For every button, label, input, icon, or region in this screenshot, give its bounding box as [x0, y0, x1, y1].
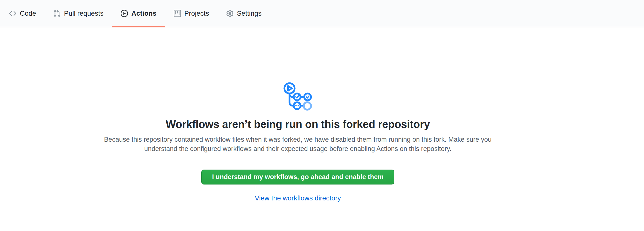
tab-pull-requests[interactable]: Pull requests [45, 0, 112, 27]
workflow-graph-icon [281, 82, 314, 111]
play-icon [121, 10, 128, 17]
tab-code-label: Code [20, 10, 36, 17]
tab-pull-requests-label: Pull requests [64, 10, 104, 17]
page-title: Workflows aren’t being run on this forke… [0, 117, 596, 131]
tab-actions-label: Actions [132, 10, 156, 17]
button-row: I understand my workflows, go ahead and … [0, 170, 596, 184]
active-tab-underline [112, 26, 165, 28]
gear-icon [226, 10, 234, 17]
tab-code[interactable]: Code [0, 0, 45, 27]
tab-settings[interactable]: Settings [218, 0, 270, 27]
enable-workflows-button[interactable]: I understand my workflows, go ahead and … [201, 170, 394, 184]
tab-projects-label: Projects [184, 10, 209, 17]
tab-actions[interactable]: Actions [112, 0, 165, 27]
actions-disabled-blankslate: Workflows aren’t being run on this forke… [0, 28, 596, 202]
tab-projects[interactable]: Projects [165, 0, 218, 27]
tab-settings-label: Settings [237, 10, 262, 17]
view-workflows-directory-link[interactable]: View the workflows directory [255, 194, 341, 202]
git-pull-request-icon [53, 10, 60, 17]
code-icon [9, 10, 16, 17]
description-text: Because this repository contained workfl… [99, 135, 497, 153]
link-row: View the workflows directory [0, 194, 596, 202]
repo-nav: Code Pull requests Actions Projects Sett… [0, 0, 644, 28]
project-icon [174, 10, 181, 17]
